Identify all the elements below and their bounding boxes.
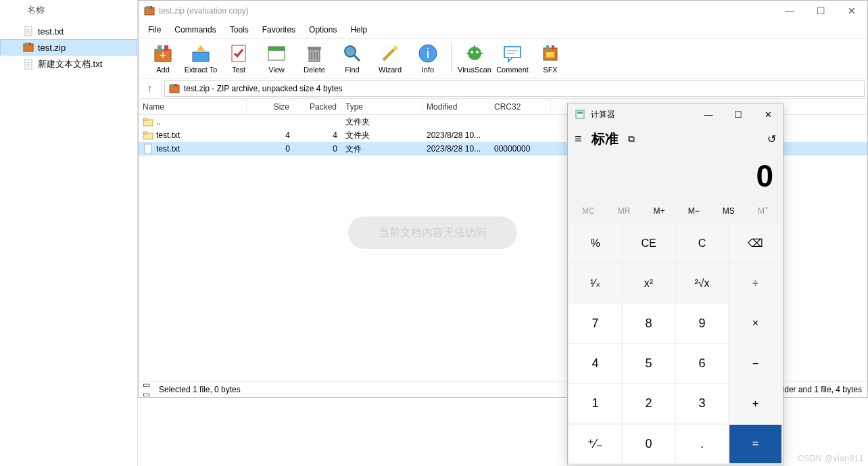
toolbar-info[interactable]: iInfo — [409, 41, 447, 75]
toolbar-extract-to[interactable]: Extract To — [182, 41, 220, 75]
menu-commands[interactable]: Commands — [169, 23, 221, 37]
explorer-item[interactable]: test.zip — [0, 39, 137, 55]
calculator-window: 计算器 — ☐ ✕ ≡ 标准 ⧉ ↺ 0 MCMRM+M−MSM˅ %CEC⌫¹… — [567, 103, 783, 465]
toolbar-label: Comment — [496, 66, 529, 74]
calc-key-+[interactable]: + — [729, 384, 781, 423]
info-icon: i — [417, 43, 439, 64]
comment-icon — [502, 43, 523, 64]
svg-point-33 — [471, 51, 473, 53]
overlay-pill: 当前文档内容无法访问 — [348, 216, 517, 249]
col-size[interactable]: Size — [247, 99, 294, 114]
minimize-button[interactable]: — — [774, 1, 805, 21]
pin-icon[interactable]: ⧉ — [628, 133, 635, 145]
folder-icon — [143, 130, 153, 141]
cell-packed: 4 — [294, 131, 341, 140]
calc-key-×[interactable]: × — [729, 304, 781, 343]
calc-key-C[interactable]: C — [676, 224, 728, 262]
calc-key-=[interactable]: = — [729, 425, 781, 463]
calc-key-CE[interactable]: CE — [623, 224, 675, 262]
calc-maximize-button[interactable]: ☐ — [723, 103, 753, 125]
calc-key-⁺⁄₋[interactable]: ⁺⁄₋ — [569, 425, 621, 463]
toolbar-view[interactable]: View — [258, 41, 295, 75]
calc-key-−[interactable]: − — [729, 344, 781, 383]
calc-mem-ms[interactable]: MS — [717, 204, 740, 218]
add-icon: + — [152, 43, 174, 64]
test-icon — [228, 43, 249, 64]
cell-crc: 00000000 — [490, 144, 551, 154]
calc-key-2[interactable]: 2 — [623, 384, 675, 423]
explorer-list: test.txttest.zip新建文本文档.txt — [0, 20, 137, 73]
col-crc[interactable]: CRC32 — [490, 99, 551, 114]
toolbar-label: Wizard — [379, 66, 402, 74]
calc-titlebar[interactable]: 计算器 — ☐ ✕ — [568, 103, 783, 125]
watermark: CSDN @vlan911 — [798, 454, 864, 463]
explorer-item-label: test.txt — [38, 26, 64, 37]
col-modified[interactable]: Modified — [423, 99, 490, 114]
history-icon[interactable]: ↺ — [767, 133, 776, 145]
calc-key-¹⁄ₓ[interactable]: ¹⁄ₓ — [569, 264, 621, 302]
calc-key-3[interactable]: 3 — [676, 384, 728, 423]
toolbar-add[interactable]: +Add — [144, 41, 182, 75]
maximize-button[interactable]: ☐ — [805, 1, 836, 21]
toolbar-virusscan[interactable]: VirusScan — [456, 41, 493, 75]
menu-tools[interactable]: Tools — [224, 23, 254, 37]
calc-display: 0 — [568, 152, 783, 200]
toolbar-find[interactable]: Find — [333, 41, 371, 75]
calc-minimize-button[interactable]: — — [694, 103, 723, 125]
toolbar-delete[interactable]: Delete — [295, 41, 333, 75]
path-box[interactable]: test.zip - ZIP archive, unpacked size 4 … — [164, 80, 865, 97]
calc-key-÷[interactable]: ÷ — [729, 264, 781, 302]
calc-key-x²[interactable]: x² — [623, 264, 675, 302]
svg-rect-46 — [171, 84, 174, 87]
menu-favorites[interactable]: Favorites — [257, 23, 301, 37]
find-icon — [341, 43, 363, 64]
svg-rect-43 — [552, 45, 554, 49]
calc-close-button[interactable]: ✕ — [753, 103, 783, 125]
toolbar-test[interactable]: Test — [220, 41, 258, 75]
hamburger-icon[interactable]: ≡ — [575, 132, 582, 146]
wizard-icon — [379, 43, 401, 64]
calc-key-%[interactable]: % — [569, 224, 621, 262]
explorer-item[interactable]: test.txt — [0, 23, 137, 39]
svg-rect-49 — [143, 118, 147, 120]
file-icon — [143, 143, 153, 154]
calc-key-⌫[interactable]: ⌫ — [729, 224, 781, 262]
calc-key-6[interactable]: 6 — [676, 344, 728, 383]
calc-mem-mc: MC — [577, 204, 600, 218]
col-packed[interactable]: Packed — [294, 99, 341, 114]
winrar-titlebar[interactable]: test.zip (evaluation copy) — ☐ ✕ — [139, 1, 867, 21]
calc-key-²√x[interactable]: ²√x — [676, 264, 728, 302]
col-name[interactable]: Name — [139, 99, 247, 114]
explorer-item[interactable]: 新建文本文档.txt — [0, 55, 137, 73]
calc-key-8[interactable]: 8 — [623, 304, 675, 343]
toolbar: +AddExtract ToTestViewDeleteFindWizardiI… — [139, 39, 867, 78]
calc-mode-bar: ≡ 标准 ⧉ ↺ — [568, 125, 783, 152]
svg-rect-54 — [577, 112, 583, 114]
menu-options[interactable]: Options — [304, 23, 342, 37]
calc-mem-m−[interactable]: M− — [683, 204, 705, 218]
close-button[interactable]: ✕ — [836, 1, 867, 21]
col-type[interactable]: Type — [341, 99, 423, 114]
calc-mem-m+[interactable]: M+ — [648, 204, 671, 218]
up-button[interactable]: ↑ — [139, 78, 162, 98]
cell-name: test.txt — [156, 131, 180, 140]
rar-icon — [144, 5, 155, 16]
text-file-icon — [23, 26, 34, 37]
toolbar-comment[interactable]: Comment — [493, 41, 531, 75]
toolbar-sfx[interactable]: SFX — [531, 41, 569, 75]
menu-file[interactable]: File — [143, 23, 166, 37]
svg-rect-51 — [143, 132, 147, 134]
calc-key-1[interactable]: 1 — [569, 384, 621, 423]
calc-key-5[interactable]: 5 — [623, 344, 675, 383]
toolbar-label: VirusScan — [458, 66, 491, 74]
toolbar-wizard[interactable]: Wizard — [371, 41, 409, 75]
calc-key-7[interactable]: 7 — [569, 304, 621, 343]
status-left: Selected 1 file, 0 bytes — [159, 385, 241, 394]
calc-key-9[interactable]: 9 — [676, 304, 728, 343]
menu-help[interactable]: Help — [345, 23, 372, 37]
calc-key-.[interactable]: . — [676, 425, 728, 463]
calc-key-0[interactable]: 0 — [623, 425, 675, 463]
cell-type: 文件 — [341, 143, 423, 155]
svg-rect-6 — [28, 43, 31, 45]
calc-key-4[interactable]: 4 — [569, 344, 621, 383]
